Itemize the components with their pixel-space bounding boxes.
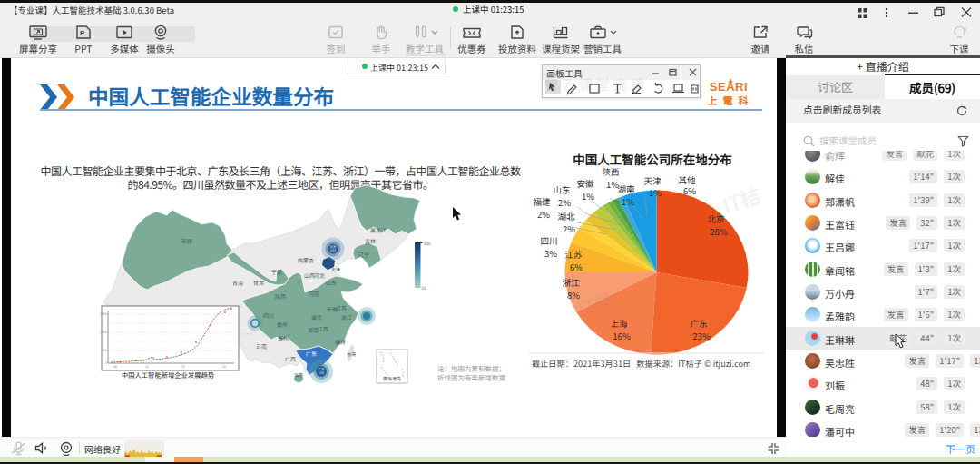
svg-text:山东: 山东 (553, 183, 570, 196)
svg-text:福建: 福建 (533, 195, 551, 208)
svg-text:100: 100 (424, 241, 431, 246)
svg-text:吉林: 吉林 (365, 237, 376, 245)
svg-text:2000: 2000 (100, 311, 107, 316)
svg-text:宁夏: 宁夏 (271, 268, 282, 276)
svg-text:241: 241 (330, 248, 336, 252)
svg-text:海南: 海南 (294, 371, 303, 378)
svg-text:广西: 广西 (285, 355, 296, 363)
svg-text:广东: 广东 (690, 317, 707, 330)
svg-text:16%: 16% (612, 330, 631, 342)
svg-text:湖南: 湖南 (617, 183, 634, 195)
svg-text:1%: 1% (622, 195, 634, 208)
svg-text:云南: 云南 (256, 342, 267, 350)
svg-text:截止日期：2021年3月31日 数据来源：IT桔子 ©: 截止日期：2021年3月31日 数据来源：IT桔子 © itjuzi.com (532, 357, 751, 370)
svg-text:河南: 河南 (309, 290, 319, 298)
svg-text:山东: 山东 (326, 279, 337, 287)
svg-text:1%: 1% (582, 190, 594, 202)
svg-text:IT桔: IT桔 (719, 179, 763, 218)
svg-text:甘肃: 甘肃 (253, 279, 264, 287)
svg-text:北京: 北京 (707, 212, 724, 225)
svg-text:折线图为每年新增数据: 折线图为每年新增数据 (437, 372, 505, 382)
svg-text:中国人工智能公司所在地分布: 中国人工智能公司所在地分布 (573, 150, 732, 168)
svg-text:23%: 23% (692, 330, 710, 342)
svg-text:台湾: 台湾 (347, 350, 356, 357)
svg-text:安徽: 安徽 (576, 177, 594, 190)
svg-text:2%: 2% (537, 208, 550, 221)
svg-text:内蒙古: 内蒙古 (298, 256, 314, 264)
svg-text:P: P (80, 29, 85, 37)
svg-text:154: 154 (318, 370, 324, 375)
svg-text:6%: 6% (683, 184, 696, 197)
svg-text:江苏: 江苏 (564, 248, 583, 261)
svg-text:天津: 天津 (331, 266, 340, 272)
svg-text:3%: 3% (544, 247, 557, 260)
svg-text:浙江: 浙江 (341, 313, 352, 321)
svg-text:2%: 2% (558, 196, 571, 209)
svg-text:6%: 6% (570, 261, 583, 273)
svg-text:12: 12 (145, 364, 149, 369)
svg-text:湖北: 湖北 (311, 313, 322, 321)
svg-text:20: 20 (222, 364, 226, 369)
svg-text:1%: 1% (649, 186, 662, 199)
svg-text:浙江: 浙江 (562, 276, 580, 289)
svg-text:四川: 四川 (540, 234, 557, 247)
svg-text:江苏: 江苏 (336, 304, 347, 312)
svg-text:四川: 四川 (263, 311, 274, 320)
svg-text:湖北: 湖北 (557, 210, 575, 222)
svg-text:贵州: 贵州 (278, 334, 289, 342)
svg-text:上海: 上海 (610, 317, 628, 330)
svg-text:黑龙江: 黑龙江 (370, 226, 387, 234)
svg-text:青海: 青海 (232, 279, 243, 287)
svg-text:28%: 28% (710, 225, 728, 238)
svg-text:中国人工智能新增企业发展趋势: 中国人工智能新增企业发展趋势 (122, 370, 215, 380)
svg-text:辽宁: 辽宁 (358, 251, 369, 259)
svg-text:江西: 江西 (318, 325, 328, 333)
svg-text:重庆: 重庆 (277, 321, 288, 329)
svg-text:河北: 河北 (314, 271, 325, 280)
svg-text:08: 08 (113, 364, 117, 369)
svg-text:陕西: 陕西 (275, 292, 286, 301)
svg-text:广东: 广东 (306, 350, 317, 358)
svg-text:0: 0 (105, 360, 107, 365)
svg-text:南海诸岛: 南海诸岛 (383, 375, 401, 381)
svg-text:陕西: 陕西 (602, 165, 619, 178)
svg-text:500: 500 (102, 348, 107, 352)
svg-text:16: 16 (181, 364, 185, 369)
svg-text:10: 10 (422, 285, 426, 291)
svg-text:1000: 1000 (100, 330, 107, 334)
svg-text:新疆: 新疆 (181, 237, 192, 245)
svg-text:2%: 2% (563, 222, 575, 235)
svg-text:天津: 天津 (643, 174, 662, 187)
svg-text:福建: 福建 (335, 338, 346, 346)
